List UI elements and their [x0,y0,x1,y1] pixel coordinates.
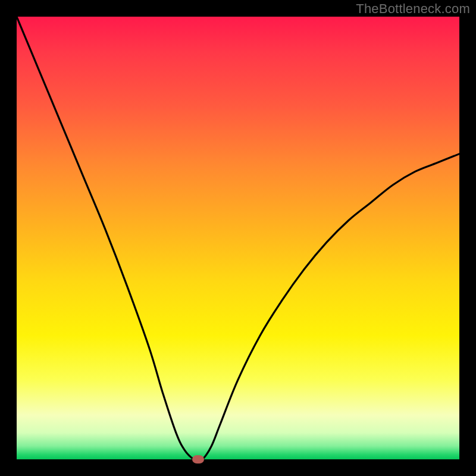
chart-frame: TheBottleneck.com [0,0,476,476]
plot-area [17,17,459,459]
watermark-text: TheBottleneck.com [356,1,470,17]
bottleneck-curve [17,17,459,459]
optimal-marker [192,455,204,464]
